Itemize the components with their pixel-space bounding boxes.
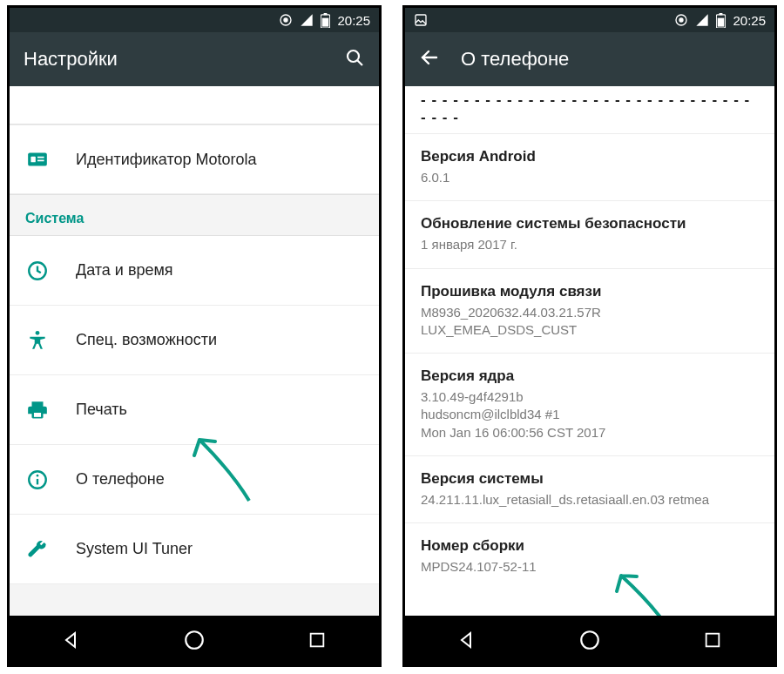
info-baseband[interactable]: Прошивка модуля связи M8936_2020632.44.0… <box>405 269 774 354</box>
svg-point-25 <box>581 631 598 649</box>
list-item-label: Печать <box>76 401 127 419</box>
info-icon <box>25 468 50 492</box>
status-time: 20:25 <box>337 13 370 28</box>
info-value: 1 января 2017 г. <box>421 236 759 253</box>
status-bar: 20:25 <box>10 8 379 32</box>
section-header-system: Система <box>10 194 379 236</box>
app-bar-title: О телефоне <box>461 48 760 71</box>
clock-icon <box>25 259 50 283</box>
list-item-motorola-id[interactable]: Идентификатор Motorola <box>10 125 379 194</box>
info-title: Обновление системы безопасности <box>421 215 759 233</box>
back-icon[interactable] <box>419 47 440 71</box>
info-security-update[interactable]: Обновление системы безопасности 1 января… <box>405 201 774 268</box>
svg-rect-8 <box>30 157 35 163</box>
wrench-icon <box>25 537 50 562</box>
list-item-about-phone[interactable]: О телефоне <box>10 445 379 515</box>
svg-rect-19 <box>416 15 426 25</box>
svg-rect-13 <box>33 412 42 418</box>
nav-bar <box>405 616 774 664</box>
info-title: Номер сборки <box>421 537 759 555</box>
info-title: Версия системы <box>421 470 759 488</box>
list-item-accessibility[interactable]: Спец. возможности <box>10 306 379 375</box>
info-build-number[interactable]: Номер сборки MPDS24.107-52-11 <box>405 523 774 590</box>
signal-icon <box>695 13 709 27</box>
svg-rect-26 <box>706 634 720 647</box>
status-bar: 20:25 <box>405 8 774 32</box>
svg-line-6 <box>358 61 363 66</box>
nav-back-button[interactable] <box>47 616 96 664</box>
svg-point-16 <box>37 474 39 476</box>
search-icon[interactable] <box>344 47 365 71</box>
app-bar: О телефоне <box>405 32 774 86</box>
svg-rect-4 <box>322 17 329 26</box>
nav-recent-button[interactable] <box>688 616 737 664</box>
svg-point-12 <box>36 330 40 334</box>
target-icon <box>279 13 293 27</box>
svg-rect-10 <box>37 160 44 162</box>
svg-rect-24 <box>718 17 725 26</box>
list-item-label: Спец. возможности <box>76 331 217 349</box>
app-bar-title: Настройки <box>24 48 323 71</box>
list-item-print[interactable]: Печать <box>10 375 379 445</box>
target-icon <box>674 13 688 27</box>
svg-rect-18 <box>311 634 324 647</box>
info-title: Прошивка модуля связи <box>421 283 759 300</box>
list-item-label: Дата и время <box>76 261 173 280</box>
svg-rect-3 <box>324 13 328 15</box>
info-value: MPDS24.107-52-11 <box>421 558 759 576</box>
list-item-label: System UI Tuner <box>76 540 193 558</box>
id-card-icon <box>25 147 50 172</box>
list-item-system-ui-tuner[interactable]: System UI Tuner <box>10 515 379 584</box>
info-value: 6.0.1 <box>421 169 759 186</box>
nav-recent-button[interactable] <box>293 616 341 664</box>
settings-content: Идентификатор Motorola Система Дата и вр… <box>10 86 379 616</box>
signal-icon <box>300 13 314 27</box>
list-item-date-time[interactable]: Дата и время <box>10 236 379 306</box>
svg-rect-9 <box>37 157 44 158</box>
battery-icon <box>716 13 726 28</box>
info-android-version[interactable]: Версия Android 6.0.1 <box>405 134 774 201</box>
battery-icon <box>321 13 330 28</box>
info-title: Версия Android <box>421 148 759 165</box>
list-item-label: О телефоне <box>76 470 165 489</box>
list-item-label: Идентификатор Motorola <box>76 151 257 169</box>
printer-icon <box>25 398 50 422</box>
info-kernel[interactable]: Версия ядра 3.10.49-g4f4291b hudsoncm@il… <box>405 354 774 456</box>
about-phone-screen: 20:25 О телефоне - - - - - - - - - - - -… <box>402 5 777 667</box>
settings-screen: 20:25 Настройки Идентификатор Motorola С… <box>7 5 382 667</box>
app-bar: Настройки <box>10 32 379 86</box>
nav-back-button[interactable] <box>443 616 491 664</box>
nav-home-button[interactable] <box>170 616 219 664</box>
info-value: 3.10.49-g4f4291b hudsoncm@ilclbld34 #1 M… <box>421 388 759 441</box>
about-content[interactable]: - - - - - - - - - - - - - - - - - - - - … <box>405 86 774 616</box>
status-time: 20:25 <box>733 13 766 28</box>
image-icon <box>414 13 428 27</box>
cutoff-row: - - - - - - - - - - - - - - - - - - - - … <box>405 86 774 134</box>
info-system-version[interactable]: Версия системы 24.211.11.lux_retasiall_d… <box>405 456 774 523</box>
svg-point-1 <box>284 18 287 22</box>
svg-rect-23 <box>720 13 723 15</box>
info-value: 24.211.11.lux_retasiall_ds.retasiaall.en… <box>421 491 759 509</box>
info-value: M8936_2020632.44.03.21.57R LUX_EMEA_DSDS… <box>421 304 759 340</box>
svg-point-21 <box>679 18 683 22</box>
accessibility-icon <box>25 328 50 353</box>
nav-bar <box>10 616 379 664</box>
svg-point-17 <box>186 631 203 649</box>
info-title: Версия ядра <box>421 367 759 385</box>
svg-point-5 <box>348 51 359 62</box>
content-spacer <box>10 86 379 125</box>
nav-home-button[interactable] <box>565 616 614 664</box>
